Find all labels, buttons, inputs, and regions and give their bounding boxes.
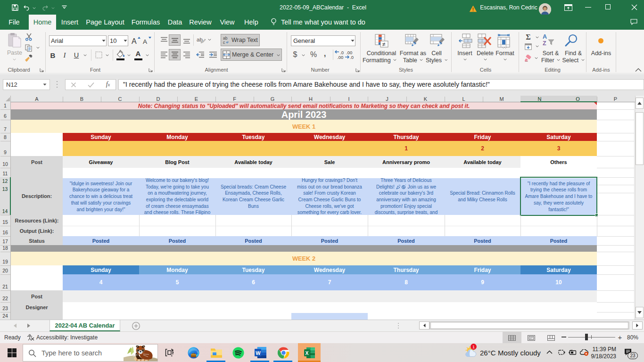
svg-text:≠: ≠ [382, 41, 386, 48]
svg-text:Z: Z [543, 40, 546, 47]
svg-text:.00: .00 [346, 50, 352, 55]
svg-text:A: A [543, 33, 547, 40]
svg-text:W: W [256, 350, 261, 356]
svg-text:.0: .0 [340, 50, 344, 55]
svg-text:A: A [132, 37, 137, 45]
svg-text:.00: .00 [337, 55, 343, 60]
svg-text:c: c [223, 40, 225, 45]
svg-text:A: A [143, 38, 147, 45]
svg-text:X: X [305, 350, 308, 355]
svg-text:ab: ab [197, 37, 203, 42]
svg-text:.0: .0 [350, 55, 354, 60]
